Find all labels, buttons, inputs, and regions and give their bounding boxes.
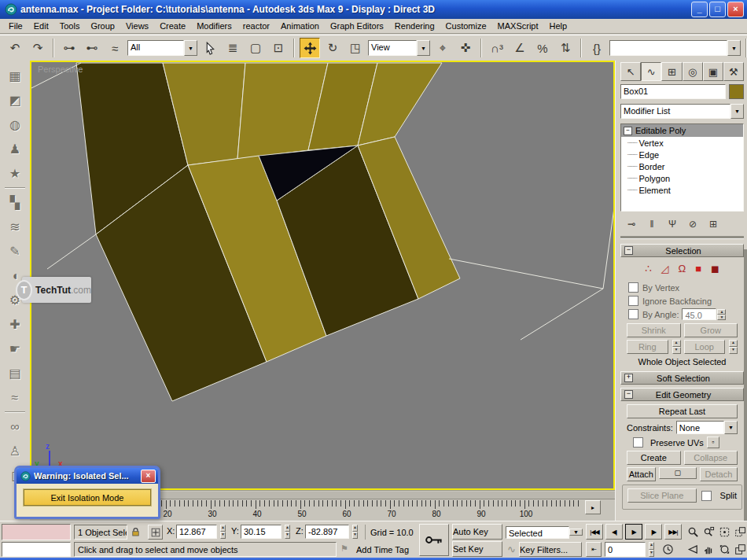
preserve-uvs-settings-button[interactable]: ▫ [707,437,719,448]
stack-item-border[interactable]: ┄┄┄Border [621,160,743,172]
menu-views[interactable]: Views [120,20,154,32]
waves-icon[interactable]: ≈ [4,385,26,410]
menu-create[interactable]: Create [154,20,191,32]
ring-button[interactable]: Ring [627,340,668,354]
book-icon[interactable]: ▤ [4,361,26,385]
stack-item-edge[interactable]: ┄┄┄Edge [621,149,743,160]
selection-rollout-header[interactable]: − Selection [620,244,744,257]
previous-frame-button[interactable]: ◀| [605,524,623,540]
z-coordinate-field[interactable]: -82.897 [305,525,349,539]
window-crossing-toggle[interactable]: ⊡ [268,38,289,58]
select-and-move-button[interactable] [300,38,320,58]
set-keys-button[interactable] [419,524,449,556]
redo-button[interactable]: ↷ [28,38,48,58]
frame-spinner[interactable]: ▲▼ [647,542,656,557]
remove-modifier-button[interactable]: ⊘ [685,217,701,231]
collapse-rollout-icon[interactable]: − [624,390,633,399]
zoom-extents-button[interactable] [717,524,732,540]
menu-file[interactable]: File [3,20,28,32]
tab-create[interactable]: ↖ [620,62,641,81]
select-object-button[interactable] [200,38,220,58]
create-button[interactable]: Create [627,451,681,465]
attach-list-button[interactable]: ▢ [659,467,697,479]
chevron-down-icon[interactable]: ▼ [730,104,744,119]
menu-graph-editors[interactable]: Graph Editors [325,20,389,32]
chevron-down-icon[interactable]: ▼ [724,421,738,434]
zoom-extents-all-button[interactable] [733,524,747,540]
menu-modifiers[interactable]: Modifiers [191,20,237,32]
configure-modifier-sets-button[interactable]: ⊞ [705,217,721,231]
tab-display[interactable]: ▣ [703,62,723,81]
checker-icon[interactable]: ▚ [4,190,26,215]
select-by-name-button[interactable]: ≣ [223,38,243,58]
tab-motion[interactable]: ◎ [683,62,703,81]
repeat-last-button[interactable]: Repeat Last [627,404,738,418]
collapse-rollout-icon[interactable]: − [624,246,633,255]
angle-snap-button[interactable]: ∠ [510,38,530,58]
stack-item-vertex[interactable]: ┄┄┄Vertex [621,137,743,149]
cubes-icon[interactable]: ▦ [4,64,26,88]
dialog-close-icon[interactable]: × [141,470,156,483]
dialog-title-bar[interactable]: Warning: Isolated Sel... × [17,468,158,484]
next-frame-button[interactable]: |▶ [645,524,662,540]
viewport-label[interactable]: Perspective [38,64,83,74]
spindle-icon[interactable]: ♟ [4,137,26,161]
absolute-mode-transform-button[interactable] [148,525,163,540]
tab-modify[interactable]: ∿ [641,62,661,81]
x-spinner[interactable]: ▲▼ [219,525,227,539]
object-name-field[interactable]: Box01 [620,84,726,99]
select-and-manipulate-button[interactable]: ✜ [455,38,476,58]
ring-spinner[interactable]: ▲▼ [672,340,681,354]
close-button[interactable]: × [727,2,744,17]
stack-item-editable-poly[interactable]: − Editable Poly [621,124,743,137]
current-frame-field[interactable]: 0 [605,542,646,557]
marker-icon[interactable]: ✎ [4,239,26,263]
ignore-backfacing-checkbox[interactable] [628,296,638,306]
by-vertex-checkbox[interactable] [628,282,638,293]
stack-item-element[interactable]: ┄┄┄Element [621,184,743,196]
knot-icon[interactable]: ∞ [4,414,26,439]
menu-tools[interactable]: Tools [54,20,86,32]
menu-maxscript[interactable]: MAXScript [492,20,544,32]
unlink-selection-button[interactable]: ⊷ [82,38,102,58]
make-unique-button[interactable]: Ψ [664,217,680,231]
zoom-button[interactable] [686,524,701,540]
auto-key-button[interactable]: Auto Key [452,524,502,540]
y-spinner[interactable]: ▲▼ [283,525,292,539]
maxscript-mini-listener[interactable] [2,542,71,557]
bind-to-space-warp-button[interactable]: ≈ [105,38,125,58]
object-color-swatch[interactable] [729,84,744,99]
key-filter-track-combo[interactable]: Selected ▼ [506,525,583,540]
menu-reactor[interactable]: reactor [237,20,275,32]
arc-rotate-button[interactable] [717,541,732,557]
reference-coordinate-combo[interactable]: View▼ [368,40,430,56]
maximize-button[interactable]: □ [709,2,726,17]
soft-selection-rollout-header[interactable]: + Soft Selection [620,371,744,385]
panel-scrollbar[interactable] [744,249,747,521]
add-time-tag[interactable]: Add Time Tag [353,542,413,557]
x-coordinate-field[interactable]: 12.867 [176,525,217,539]
slice-plane-button[interactable]: Slice Plane [627,488,697,503]
selection-filter-combo[interactable]: All▼ [127,40,197,56]
chevron-down-icon[interactable]: ▼ [417,40,430,56]
vertex-subobject-button[interactable]: ∴ [645,263,651,274]
maxscript-mini-listener-macro[interactable] [2,524,71,540]
named-selection-sets-button[interactable]: {} [587,38,607,58]
rectangular-selection-region-button[interactable]: ▢ [245,38,266,58]
constraints-combo[interactable]: None ▼ [676,421,738,434]
cloth-icon[interactable]: ◩ [4,88,26,112]
grow-button[interactable]: Grow [684,323,738,337]
go-to-end-button[interactable]: ▶▶| [664,524,682,540]
split-checkbox[interactable] [701,491,712,501]
viewport-perspective[interactable]: Perspective z y x [30,61,615,490]
element-subobject-button[interactable]: ◼ [711,263,719,274]
fov-button[interactable] [686,541,701,557]
menu-edit[interactable]: Edit [28,20,54,32]
by-angle-field[interactable]: 45.0 [682,308,716,320]
polygon-subobject-button[interactable]: ■ [695,263,701,274]
default-tangents-button[interactable]: ∿ [507,543,516,555]
loop-spinner[interactable]: ▲▼ [729,340,738,354]
select-and-rotate-button[interactable]: ↻ [322,38,343,58]
star-icon[interactable]: ★ [4,161,26,186]
y-coordinate-field[interactable]: 30.15 [241,525,282,539]
